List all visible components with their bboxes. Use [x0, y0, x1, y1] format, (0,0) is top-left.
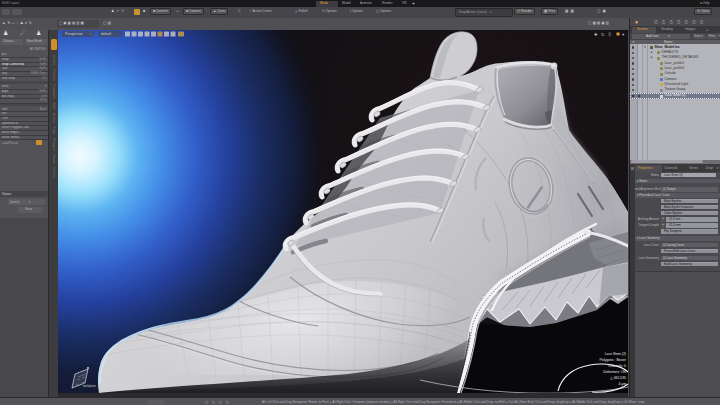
svg-text:↻: ↻: [601, 32, 605, 37]
svg-text:default: default: [101, 32, 111, 36]
svg-text:Deformers: ON: Deformers: ON: [603, 370, 626, 374]
svg-text:△ 465,535: △ 465,535: [610, 376, 626, 380]
svg-text:✚: ✚: [594, 32, 598, 37]
svg-text:Channels: 0: Channels: 0: [608, 364, 626, 368]
svg-text:Polygons : Bezier: Polygons : Bezier: [600, 358, 627, 362]
svg-text:4 µm: 4 µm: [618, 382, 626, 386]
svg-text:workplane: workplane: [83, 384, 96, 388]
svg-text:⚲: ⚲: [608, 32, 611, 37]
svg-text:Perspective: Perspective: [65, 32, 83, 36]
svg-text:Lace Stem (2): Lace Stem (2): [605, 352, 626, 356]
